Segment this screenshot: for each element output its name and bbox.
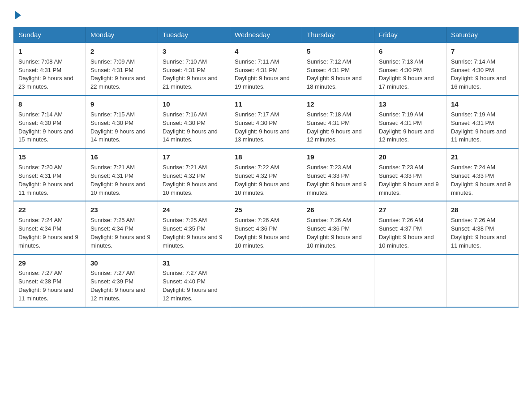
day-number: 16	[90, 152, 153, 162]
calendar-cell	[230, 254, 302, 307]
day-number: 14	[451, 99, 514, 109]
calendar-week-row: 8Sunrise: 7:14 AMSunset: 4:30 PMDaylight…	[14, 95, 519, 148]
day-number: 30	[90, 258, 153, 268]
daylight-text: Daylight: 9 hours and 10 minutes.	[163, 181, 218, 196]
daylight-text: Daylight: 9 hours and 12 minutes.	[307, 128, 362, 143]
sunrise-text: Sunrise: 7:12 AM	[307, 58, 351, 65]
sunset-text: Sunset: 4:30 PM	[235, 120, 278, 126]
sunset-text: Sunset: 4:37 PM	[379, 225, 422, 232]
daylight-text: Daylight: 9 hours and 9 minutes.	[18, 234, 78, 249]
sunrise-text: Sunrise: 7:25 AM	[163, 217, 207, 223]
sunrise-text: Sunrise: 7:09 AM	[90, 58, 135, 65]
sunrise-text: Sunrise: 7:20 AM	[18, 164, 63, 171]
sunset-text: Sunset: 4:31 PM	[307, 120, 350, 126]
calendar-cell: 29Sunrise: 7:27 AMSunset: 4:38 PMDayligh…	[14, 254, 86, 307]
sunrise-text: Sunrise: 7:21 AM	[163, 164, 207, 171]
day-number: 11	[235, 99, 297, 109]
day-number: 15	[18, 152, 81, 162]
calendar-cell	[374, 254, 446, 307]
column-header-wednesday: Wednesday	[230, 27, 302, 43]
daylight-text: Daylight: 9 hours and 9 minutes.	[163, 234, 223, 249]
calendar-cell: 22Sunrise: 7:24 AMSunset: 4:34 PMDayligh…	[14, 201, 86, 254]
column-header-tuesday: Tuesday	[158, 27, 230, 43]
calendar-cell: 31Sunrise: 7:27 AMSunset: 4:40 PMDayligh…	[158, 254, 230, 307]
daylight-text: Daylight: 9 hours and 23 minutes.	[18, 75, 73, 90]
calendar-cell: 25Sunrise: 7:26 AMSunset: 4:36 PMDayligh…	[230, 201, 302, 254]
daylight-text: Daylight: 9 hours and 14 minutes.	[90, 128, 146, 143]
logo	[13, 9, 21, 18]
daylight-text: Daylight: 9 hours and 11 minutes.	[18, 287, 73, 302]
sunrise-text: Sunrise: 7:26 AM	[235, 217, 279, 223]
calendar-cell: 24Sunrise: 7:25 AMSunset: 4:35 PMDayligh…	[158, 201, 230, 254]
sunset-text: Sunset: 4:30 PM	[90, 120, 133, 126]
sunset-text: Sunset: 4:31 PM	[90, 172, 133, 179]
day-number: 4	[235, 47, 297, 56]
calendar-week-row: 15Sunrise: 7:20 AMSunset: 4:31 PMDayligh…	[14, 148, 519, 201]
daylight-text: Daylight: 9 hours and 22 minutes.	[90, 75, 146, 90]
sunset-text: Sunset: 4:36 PM	[307, 225, 350, 232]
sunrise-text: Sunrise: 7:19 AM	[451, 111, 495, 118]
sunset-text: Sunset: 4:34 PM	[18, 225, 61, 232]
daylight-text: Daylight: 9 hours and 9 minutes.	[379, 181, 439, 196]
day-number: 18	[235, 152, 297, 162]
day-number: 20	[379, 152, 442, 162]
calendar-cell: 10Sunrise: 7:16 AMSunset: 4:30 PMDayligh…	[158, 95, 230, 148]
sunrise-text: Sunrise: 7:24 AM	[18, 217, 63, 223]
daylight-text: Daylight: 9 hours and 10 minutes.	[235, 181, 290, 196]
day-number: 6	[379, 47, 442, 56]
day-number: 26	[307, 205, 369, 215]
calendar-cell: 14Sunrise: 7:19 AMSunset: 4:31 PMDayligh…	[446, 95, 519, 148]
column-header-saturday: Saturday	[446, 27, 519, 43]
day-number: 12	[307, 99, 369, 109]
day-number: 7	[451, 47, 514, 56]
day-number: 2	[90, 47, 153, 56]
sunrise-text: Sunrise: 7:11 AM	[235, 58, 279, 65]
column-header-thursday: Thursday	[302, 27, 374, 43]
sunrise-text: Sunrise: 7:10 AM	[163, 58, 207, 65]
calendar-cell: 5Sunrise: 7:12 AMSunset: 4:31 PMDaylight…	[302, 43, 374, 95]
calendar-cell: 6Sunrise: 7:13 AMSunset: 4:30 PMDaylight…	[374, 43, 446, 95]
day-number: 28	[451, 205, 514, 215]
day-number: 27	[379, 205, 442, 215]
day-number: 24	[163, 205, 225, 215]
calendar-cell: 8Sunrise: 7:14 AMSunset: 4:30 PMDaylight…	[14, 95, 86, 148]
calendar-cell: 26Sunrise: 7:26 AMSunset: 4:36 PMDayligh…	[302, 201, 374, 254]
column-header-friday: Friday	[374, 27, 446, 43]
day-number: 23	[90, 205, 153, 215]
sunset-text: Sunset: 4:33 PM	[379, 172, 422, 179]
day-number: 19	[307, 152, 369, 162]
calendar-week-row: 22Sunrise: 7:24 AMSunset: 4:34 PMDayligh…	[14, 201, 519, 254]
sunrise-text: Sunrise: 7:27 AM	[90, 270, 135, 276]
day-number: 1	[18, 47, 81, 56]
sunset-text: Sunset: 4:33 PM	[307, 172, 350, 179]
daylight-text: Daylight: 9 hours and 9 minutes.	[307, 181, 367, 196]
daylight-text: Daylight: 9 hours and 10 minutes.	[235, 234, 290, 249]
sunset-text: Sunset: 4:33 PM	[451, 172, 494, 179]
calendar-cell: 16Sunrise: 7:21 AMSunset: 4:31 PMDayligh…	[86, 148, 158, 201]
calendar-cell: 12Sunrise: 7:18 AMSunset: 4:31 PMDayligh…	[302, 95, 374, 148]
day-number: 22	[18, 205, 81, 215]
sunset-text: Sunset: 4:30 PM	[18, 120, 61, 126]
sunrise-text: Sunrise: 7:14 AM	[18, 111, 63, 118]
sunrise-text: Sunrise: 7:16 AM	[163, 111, 207, 118]
daylight-text: Daylight: 9 hours and 21 minutes.	[163, 75, 218, 90]
sunset-text: Sunset: 4:31 PM	[235, 67, 278, 73]
calendar-cell: 27Sunrise: 7:26 AMSunset: 4:37 PMDayligh…	[374, 201, 446, 254]
sunrise-text: Sunrise: 7:15 AM	[90, 111, 135, 118]
sunrise-text: Sunrise: 7:23 AM	[379, 164, 423, 171]
sunrise-text: Sunrise: 7:22 AM	[235, 164, 279, 171]
calendar-cell	[302, 254, 374, 307]
sunset-text: Sunset: 4:31 PM	[18, 67, 61, 73]
sunrise-text: Sunrise: 7:17 AM	[235, 111, 279, 118]
sunrise-text: Sunrise: 7:27 AM	[18, 270, 63, 276]
column-header-monday: Monday	[86, 27, 158, 43]
daylight-text: Daylight: 9 hours and 12 minutes.	[90, 287, 146, 302]
daylight-text: Daylight: 9 hours and 18 minutes.	[307, 75, 362, 90]
sunrise-text: Sunrise: 7:27 AM	[163, 270, 207, 276]
sunrise-text: Sunrise: 7:23 AM	[307, 164, 351, 171]
sunset-text: Sunset: 4:30 PM	[379, 67, 422, 73]
day-number: 25	[235, 205, 297, 215]
calendar-cell: 9Sunrise: 7:15 AMSunset: 4:30 PMDaylight…	[86, 95, 158, 148]
sunset-text: Sunset: 4:35 PM	[163, 225, 206, 232]
daylight-text: Daylight: 9 hours and 12 minutes.	[379, 128, 434, 143]
